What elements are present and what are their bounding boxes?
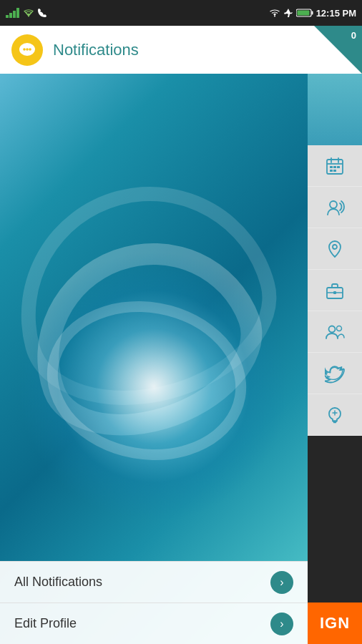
svg-point-23 — [330, 201, 337, 208]
sidebar-item-profile[interactable] — [308, 311, 362, 353]
work-icon — [325, 280, 345, 301]
ideas-icon — [325, 405, 345, 425]
notifications-header: Notifications 0 — [0, 26, 362, 74]
right-sidebar — [308, 74, 362, 644]
svg-rect-22 — [333, 170, 336, 172]
ign-label: IGN — [320, 614, 350, 633]
edit-profile-item[interactable]: Edit Profile › — [0, 602, 308, 644]
svg-rect-8 — [297, 11, 309, 16]
notification-icon-wrap — [11, 34, 43, 66]
svg-rect-18 — [330, 166, 333, 168]
ign-badge[interactable]: IGN — [308, 602, 362, 644]
edit-profile-arrow[interactable]: › — [270, 613, 293, 635]
svg-rect-2 — [13, 11, 16, 18]
chat-bubble-icon — [18, 41, 36, 59]
calendar-icon — [325, 156, 345, 176]
svg-rect-1 — [9, 13, 12, 18]
svg-point-5 — [274, 16, 275, 17]
svg-point-29 — [337, 326, 342, 331]
svg-rect-3 — [16, 8, 19, 18]
wifi-icon — [23, 8, 34, 18]
battery-icon — [296, 9, 313, 17]
bottom-actions: All Notifications › Edit Profile › — [0, 561, 308, 644]
svg-rect-21 — [330, 170, 333, 172]
notifications-title: Notifications — [53, 41, 351, 59]
svg-point-13 — [29, 48, 31, 51]
svg-point-12 — [26, 48, 29, 51]
svg-rect-20 — [337, 166, 340, 168]
sidebar-item-location[interactable] — [308, 228, 362, 270]
all-notifications-arrow[interactable]: › — [270, 571, 293, 594]
sidebar-item-work[interactable] — [308, 270, 362, 311]
status-right-icons: 12:15 PM — [269, 8, 356, 19]
svg-point-28 — [329, 326, 336, 332]
status-left-icons — [6, 8, 47, 18]
sidebar-item-contact[interactable] — [308, 187, 362, 228]
profile-icon — [325, 322, 345, 342]
sidebar-top-image — [308, 74, 362, 145]
svg-rect-7 — [311, 11, 313, 15]
ocean-background — [0, 74, 308, 644]
sidebar-menu — [308, 145, 362, 644]
sidebar-item-twitter[interactable] — [308, 353, 362, 394]
main-area: All Notifications › Edit Profile › IGN — [0, 74, 362, 644]
wifi-signal-icon — [269, 8, 280, 18]
twitter-icon — [325, 364, 345, 384]
svg-point-11 — [23, 48, 26, 51]
svg-rect-19 — [333, 166, 336, 168]
contact-icon — [325, 197, 345, 218]
sidebar-item-calendar[interactable] — [308, 145, 362, 187]
svg-rect-0 — [6, 15, 9, 18]
airplane-icon — [283, 8, 293, 18]
all-notifications-item[interactable]: All Notifications › — [0, 561, 308, 602]
badge-count: 0 — [351, 30, 356, 41]
all-notifications-label: All Notifications — [14, 575, 270, 590]
svg-point-4 — [28, 16, 29, 17]
svg-rect-27 — [333, 291, 336, 294]
phone-icon — [37, 8, 47, 18]
sidebar-item-ideas[interactable] — [308, 394, 362, 436]
time-display: 12:15 PM — [316, 8, 356, 19]
signal-icon — [6, 8, 20, 18]
status-bar: 12:15 PM — [0, 0, 362, 26]
location-icon — [325, 239, 345, 259]
edit-profile-label: Edit Profile — [14, 616, 270, 631]
svg-point-24 — [333, 245, 337, 249]
